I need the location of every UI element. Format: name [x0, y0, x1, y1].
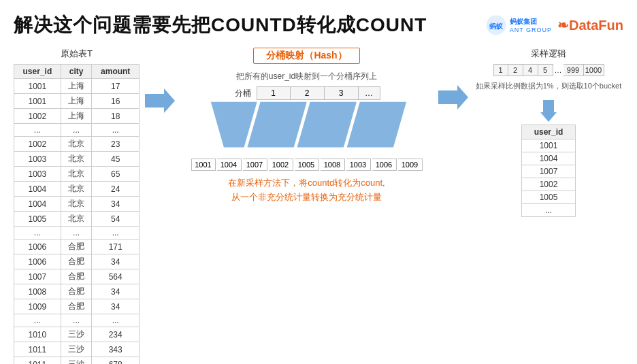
right-arrow-icon-2: [438, 85, 468, 110]
funnel-svg: [201, 101, 412, 154]
col-city: city: [61, 65, 92, 79]
bb-1008: 1008: [321, 159, 345, 171]
table-row: .........: [14, 124, 140, 137]
table-row: 1001上海16: [14, 94, 140, 109]
table-row: 1003北京45: [14, 152, 140, 167]
hash-subtitle: 把所有的user_id映射到一个分桶序列上: [236, 71, 377, 82]
right-arrow-icon: [145, 88, 175, 113]
bb-1005: 1005: [295, 159, 319, 171]
svg-marker-5: [297, 101, 357, 148]
table-row: 1001上海17: [14, 79, 140, 94]
bb-1006: 1006: [372, 159, 397, 171]
arrow-right-1: [140, 88, 180, 113]
bn-1: 1: [493, 64, 508, 76]
logo-area: 蚂蚁 蚂蚁集团 ANT GROUP ❧DataFun: [485, 14, 623, 36]
table-row: 1008合肥34: [14, 284, 140, 299]
table-row: .........: [14, 227, 140, 239]
middle-section: 分桶映射（Hash） 把所有的user_id映射到一个分桶序列上 分桶 1 2 …: [180, 48, 433, 205]
left-section-title: 原始表T: [14, 48, 140, 60]
table-row: 1005北京54: [14, 212, 140, 227]
userid-row: 1001: [522, 139, 576, 152]
down-arrow-icon: [540, 100, 557, 122]
antgroup-logo: 蚂蚁 蚂蚁集团 ANT GROUP: [485, 14, 552, 36]
svg-marker-4: [247, 101, 307, 148]
bucket-h3: 3: [325, 86, 359, 100]
bn-4: 4: [523, 64, 538, 76]
middle-section-title: 分桶映射（Hash）: [253, 48, 359, 64]
userid-row: 1005: [522, 191, 576, 203]
bucket-num-row: 1 2 4 5 … 999 1000: [493, 64, 604, 76]
table-row: 1003北京65: [14, 167, 140, 182]
bn-dots: …: [553, 66, 564, 74]
userid-row: 1007: [522, 165, 576, 178]
bb-1002: 1002: [269, 159, 293, 171]
table-row: 1006合肥171: [14, 239, 140, 254]
bn-1000: 1000: [584, 64, 604, 76]
bb-1003: 1003: [346, 159, 371, 171]
table-row: 1006合肥34: [14, 254, 140, 269]
middle-title-wrapper: 分桶映射（Hash）: [253, 48, 359, 67]
bb-1001: 1001: [191, 159, 216, 171]
bucket-h1: 1: [257, 86, 291, 100]
page-title: 解决这个问题需要先把COUNTD转化成COUNT: [14, 12, 427, 38]
page-container: 解决这个问题需要先把COUNTD转化成COUNT 蚂蚁 蚂蚁集团 ANT GRO…: [0, 0, 637, 364]
table-row: .........: [14, 314, 140, 327]
bb-1004: 1004: [217, 159, 242, 171]
bucket-hdots: …: [359, 86, 380, 100]
header-row: 解决这个问题需要先把COUNTD转化成COUNT 蚂蚁 蚂蚁集团 ANT GRO…: [14, 12, 623, 38]
userid-col-header: user_id: [522, 125, 576, 139]
right-section: 采样逻辑 1 2 4 5 … 999 1000 如果采样比例数据为1%，则选取1…: [474, 48, 623, 217]
bb-1007: 1007: [243, 159, 267, 171]
table-row: 1002北京23: [14, 137, 140, 152]
bucket-header-row: 分桶 1 2 3 …: [233, 86, 380, 100]
bn-999: 999: [564, 64, 584, 76]
table-row: 1010三沙234: [14, 327, 140, 342]
svg-marker-6: [346, 101, 406, 148]
table-row: 1011三沙678: [14, 357, 140, 365]
userid-row: ...: [522, 203, 576, 216]
main-layout: 原始表T user_id city amount 1001上海171001上海1…: [14, 48, 623, 364]
userid-result-table: user_id 10011004100710021005...: [521, 125, 576, 217]
bn-2: 2: [508, 64, 523, 76]
bucket-bottom-row: 1001 1004 1007 1002 1005 1008 1003 1006 …: [191, 159, 423, 171]
bb-1009: 1009: [398, 159, 423, 171]
right-section-title: 采样逻辑: [531, 48, 566, 60]
bucket-h2: 2: [291, 86, 325, 100]
svg-marker-10: [540, 100, 557, 122]
table-row: 1004北京34: [14, 197, 140, 212]
ant-icon: 蚂蚁: [485, 14, 507, 36]
userid-row: 1002: [522, 178, 576, 191]
arrow-right-2: [433, 85, 474, 110]
svg-marker-9: [438, 85, 468, 110]
table-row: 1009合肥34: [14, 299, 140, 314]
bucket-label: 分桶: [235, 88, 251, 99]
arrow-down: [540, 100, 557, 122]
bucket-header-cells: 1 2 3 …: [257, 86, 380, 100]
table-row: 1011三沙343: [14, 342, 140, 357]
bn-5: 5: [538, 64, 553, 76]
datafun-logo: ❧DataFun: [557, 17, 623, 33]
userid-row: 1004: [522, 152, 576, 165]
col-userid: user_id: [14, 65, 61, 79]
antgroup-text: 蚂蚁集团 ANT GROUP: [510, 17, 552, 33]
countd-note: 在新采样方法下，将countd转化为count, 从一个非充分统计量转换为充分统…: [228, 176, 385, 205]
table-row: 1002上海18: [14, 109, 140, 124]
table-row: 1007合肥564: [14, 269, 140, 284]
svg-text:蚂蚁: 蚂蚁: [489, 22, 504, 30]
left-section: 原始表T user_id city amount 1001上海171001上海1…: [14, 48, 140, 364]
original-table: user_id city amount 1001上海171001上海161002…: [14, 64, 140, 364]
svg-marker-2: [145, 88, 175, 113]
col-amount: amount: [92, 65, 140, 79]
funnel-diagram: [201, 101, 412, 154]
sample-note: 如果采样比例数据为1%，则选取10个bucket: [476, 80, 622, 92]
table-row: 1004北京24: [14, 182, 140, 197]
